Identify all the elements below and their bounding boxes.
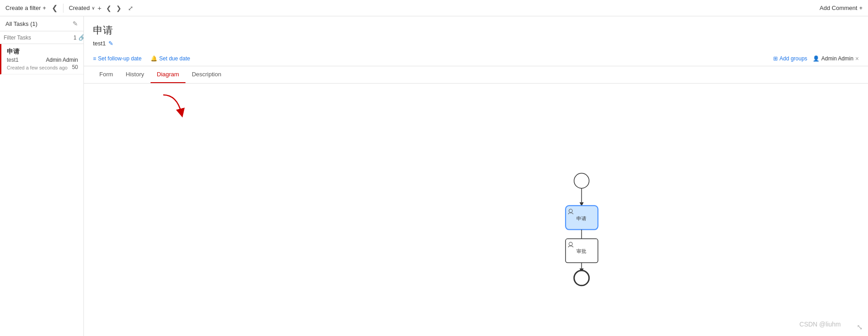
task-list: 申请 test1 Admin Admin Created a few secon… xyxy=(0,44,83,336)
edit-filter-button[interactable]: ✎ xyxy=(73,20,78,27)
move-icon[interactable]: ⤡ xyxy=(857,323,863,331)
task-id-row: test1 ✎ xyxy=(93,40,859,47)
nav-next-button[interactable]: ❯ xyxy=(114,4,123,13)
nav-arrows: ❮ ❯ xyxy=(104,4,123,13)
top-bar-right: Add Comment + xyxy=(819,5,863,11)
tab-description[interactable]: Description xyxy=(185,66,228,83)
add-comment-button[interactable]: Add Comment + xyxy=(819,5,863,11)
grid-icon: ⊞ xyxy=(773,55,778,62)
filter-count: 1 xyxy=(73,35,77,41)
nav-prev-button[interactable]: ❮ xyxy=(104,4,113,13)
task-detail-header: 申请 test1 ✎ xyxy=(84,16,868,51)
task-item-meta: test1 Admin Admin xyxy=(7,57,78,63)
task-actions-row: ≡ Set follow-up date 🔔 Set due date ⊞ Ad… xyxy=(84,51,868,66)
tab-history[interactable]: History xyxy=(119,66,150,83)
create-filter-label: Create a filter xyxy=(5,5,41,11)
collapse-left-panel-button[interactable]: ❮ xyxy=(50,3,59,13)
created-label[interactable]: Created ∨ xyxy=(69,5,95,11)
chevron-down-icon: ∨ xyxy=(92,5,95,10)
expand-button[interactable]: ⤢ xyxy=(126,4,135,13)
task-item-number: 50 xyxy=(72,64,78,70)
bpmn-diagram: 申请 审批 xyxy=(84,84,868,336)
user-icon: 👤 xyxy=(813,55,819,62)
task-actions-right: ⊞ Add groups 👤 Admin Admin × xyxy=(773,55,859,62)
admin-user-label: 👤 Admin Admin × xyxy=(813,55,859,62)
task-item-assignee: Admin Admin xyxy=(46,57,78,63)
task-title-row: 申请 xyxy=(93,24,859,37)
all-tasks-label: All Tasks (1) xyxy=(5,20,38,27)
tabs: Form History Diagram Description xyxy=(84,66,868,84)
task-item[interactable]: 申请 test1 Admin Admin Created a few secon… xyxy=(0,44,83,74)
remove-admin-button[interactable]: × xyxy=(855,55,859,62)
list-icon: ≡ xyxy=(93,55,96,62)
filter-tasks-input[interactable] xyxy=(4,35,72,41)
add-groups-button[interactable]: ⊞ Add groups xyxy=(773,55,807,62)
svg-text:申请: 申请 xyxy=(576,216,586,221)
task-item-title: 申请 xyxy=(7,48,78,56)
task-item-name: test1 xyxy=(7,57,19,63)
create-filter-link[interactable]: Create a filter + xyxy=(5,5,46,11)
bell-icon: 🔔 xyxy=(151,55,157,62)
task-id: test1 xyxy=(93,40,106,47)
svg-text:审批: 审批 xyxy=(576,248,586,254)
main-content: All Tasks (1) ✎ 1 🔗 ⊟ 申请 test1 Admin Adm… xyxy=(0,16,868,336)
svg-point-0 xyxy=(574,173,589,188)
tab-diagram[interactable]: Diagram xyxy=(151,66,185,83)
filter-link-button[interactable]: 🔗 xyxy=(78,34,84,41)
top-bar-left: Create a filter + ❮ Created ∨ + ❮ ❯ ⤢ xyxy=(5,3,135,13)
task-id-edit-icon[interactable]: ✎ xyxy=(108,40,113,47)
left-panel: All Tasks (1) ✎ 1 🔗 ⊟ 申请 test1 Admin Adm… xyxy=(0,16,84,336)
top-bar: Create a filter + ❮ Created ∨ + ❮ ❯ ⤢ Ad… xyxy=(0,0,868,16)
svg-point-14 xyxy=(574,271,589,286)
create-filter-plus: + xyxy=(43,5,46,11)
tab-form[interactable]: Form xyxy=(93,66,119,83)
task-item-date: Created a few seconds ago xyxy=(7,65,68,70)
left-panel-header: All Tasks (1) ✎ xyxy=(0,16,83,31)
add-view-button[interactable]: + xyxy=(98,4,102,12)
diagram-area: 申请 审批 xyxy=(84,84,868,336)
filter-bar: 1 🔗 ⊟ xyxy=(0,31,83,44)
task-title-text: 申请 xyxy=(93,24,113,37)
task-actions-left: ≡ Set follow-up date 🔔 Set due date xyxy=(93,55,190,62)
set-due-date-button[interactable]: 🔔 Set due date xyxy=(151,55,190,62)
set-follow-up-date-button[interactable]: ≡ Set follow-up date xyxy=(93,55,141,62)
right-panel: 申请 test1 ✎ ≡ Set follow-up date 🔔 Set du… xyxy=(84,16,868,336)
created-section: Created ∨ + ❮ ❯ ⤢ xyxy=(63,4,135,13)
